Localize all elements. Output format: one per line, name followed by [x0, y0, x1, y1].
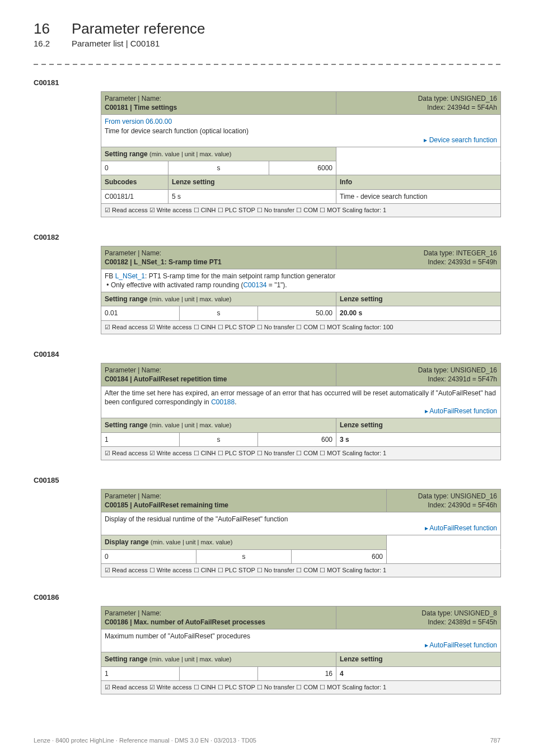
c186-unit [180, 666, 258, 680]
c181-unit: s [168, 161, 269, 175]
c186-access: ☑ Read access ☑ Write access ☐ CINH ☐ PL… [101, 680, 501, 694]
setting-range-label: Setting range [105, 421, 148, 429]
c185-access: ☑ Read access ☐ Write access ☐ CINH ☐ PL… [101, 563, 501, 577]
table-c00184: Parameter | Name: C00184 | AutoFailReset… [101, 363, 501, 460]
page-number: 787 [490, 737, 500, 744]
index-c00186: Index: 24389d = 5F45h [340, 618, 497, 627]
index-c00184: Index: 24391d = 5F47h [340, 375, 497, 384]
c181-sub-info: Time - device search function [336, 189, 501, 203]
divider [34, 64, 500, 65]
dtype-c00185: Data type: UNSIGNED_16 [390, 492, 497, 501]
dtype-c00181: Data type: UNSIGNED_16 [340, 94, 497, 103]
lenze-setting-label: Lenze setting [336, 652, 501, 666]
chapter-title: Parameter reference [72, 20, 205, 38]
c182-min: 0.01 [101, 306, 180, 320]
link-autofailreset-function[interactable]: AutoFailReset function [425, 641, 497, 649]
param-heading-c00181: C00181 [34, 78, 500, 87]
param-name-c00181: C00181 | Time settings [105, 103, 332, 112]
setting-range-suffix: (min. value | unit | max. value) [149, 296, 231, 302]
table-c00185: Parameter | Name: C00185 | AutoFailReset… [101, 489, 501, 577]
display-range-label: Display range [105, 538, 149, 546]
table-c00181: Parameter | Name: C00181 | Time settings… [101, 91, 501, 217]
c186-min: 1 [101, 666, 180, 680]
c182-bullet-rest: = "1"). [266, 281, 287, 289]
c182-access: ☑ Read access ☑ Write access ☐ CINH ☐ PL… [101, 320, 501, 334]
c184-unit: s [180, 432, 258, 446]
c186-max: 16 [258, 666, 336, 680]
dtype-c00182: Data type: INTEGER_16 [340, 249, 497, 258]
c182-fb-rest: : PT1 S-ramp time for the main setpoint … [145, 272, 335, 280]
link-device-search-function[interactable]: Device search function [424, 136, 497, 144]
c181-min: 0 [101, 161, 168, 175]
c182-fb-prefix: FB [105, 272, 115, 280]
subcodes-label: Subcodes [101, 175, 168, 189]
dtype-c00186: Data type: UNSIGNED_8 [340, 609, 497, 618]
c182-max: 50.00 [258, 306, 336, 320]
param-heading-c00186: C00186 [34, 593, 500, 601]
param-name-label: Parameter | Name: [105, 609, 332, 618]
display-range-suffix: (min. value | unit | max. value) [151, 539, 232, 545]
index-c00182: Index: 24393d = 5F49h [340, 258, 497, 267]
c184-min: 1 [101, 432, 180, 446]
c184-lenze: 3 s [340, 436, 349, 444]
c185-unit: s [196, 549, 292, 563]
param-name-c00185: C00185 | AutoFailReset remaining time [105, 501, 383, 510]
c185-min: 0 [101, 549, 196, 563]
setting-range-suffix: (min. value | unit | max. value) [149, 656, 231, 662]
c181-subcode: C00181/1 [101, 189, 168, 203]
setting-range-label: Setting range [105, 150, 148, 158]
param-name-c00184: C00184 | AutoFailReset repetition time [105, 375, 332, 384]
table-c00186: Parameter | Name: C00186 | Max. number o… [101, 606, 501, 694]
c184-max: 600 [258, 432, 336, 446]
c181-max: 6000 [269, 161, 336, 175]
param-name-label: Parameter | Name: [105, 249, 332, 258]
param-name-label: Parameter | Name: [105, 366, 332, 375]
c184-access: ☑ Read access ☑ Write access ☐ CINH ☐ PL… [101, 446, 501, 460]
chapter-number: 16 [34, 20, 56, 38]
table-c00182: Parameter | Name: C00182 | L_NSet_1: S-r… [101, 246, 501, 334]
index-c00181: Index: 24394d = 5F4Ah [340, 103, 497, 112]
link-c00188[interactable]: C00188 [211, 398, 235, 406]
lenze-setting-label: Lenze setting [336, 292, 501, 306]
c185-max: 600 [292, 549, 387, 563]
c185-desc: Display of the residual runtime of the "… [105, 515, 497, 524]
dtype-c00184: Data type: UNSIGNED_16 [340, 366, 497, 375]
link-autofailreset-function[interactable]: AutoFailReset function [425, 407, 497, 415]
param-name-c00186: C00186 | Max. number of AutoFailReset pr… [105, 618, 332, 627]
param-heading-c00185: C00185 [34, 476, 500, 484]
setting-range-label: Setting range [105, 295, 148, 303]
c182-unit: s [180, 306, 258, 320]
c182-bullet: Only effective with activated ramp round… [105, 281, 243, 289]
section-number: 16.2 [34, 39, 56, 48]
lenze-setting-label: Lenze setting [336, 418, 501, 432]
c181-access: ☑ Read access ☑ Write access ☐ CINH ☐ PL… [101, 203, 501, 217]
c186-lenze: 4 [340, 670, 344, 678]
from-version-c00181: From version 06.00.00 [105, 117, 497, 126]
c182-lenze: 20.00 s [340, 309, 362, 317]
c181-sub-setting: 5 s [168, 189, 336, 203]
desc-c00181: Time for device search function (optical… [105, 127, 497, 136]
link-c00134[interactable]: C00134 [243, 281, 266, 289]
lenze-setting-col-label: Lenze setting [168, 175, 336, 189]
link-l-nset-1[interactable]: L_NSet_1 [115, 272, 145, 280]
c186-desc: Maximum number of "AutoFailReset" proced… [105, 632, 497, 641]
setting-range-label: Setting range [105, 655, 148, 663]
setting-range-suffix: (min. value | unit | max. value) [149, 151, 231, 157]
link-autofailreset-function[interactable]: AutoFailReset function [425, 524, 497, 532]
setting-range-suffix: (min. value | unit | max. value) [149, 422, 231, 428]
param-name-label: Parameter | Name: [105, 492, 383, 501]
param-heading-c00184: C00184 [34, 350, 500, 358]
footer-left: Lenze · 8400 protec HighLine · Reference… [34, 737, 256, 744]
section-title: Parameter list | C00181 [72, 39, 160, 48]
c184-desc1: After the time set here has expired, an … [105, 389, 496, 406]
param-heading-c00182: C00182 [34, 233, 500, 241]
c184-desc2: . [235, 398, 236, 406]
index-c00185: Index: 24390d = 5F46h [390, 501, 497, 510]
param-name-label: Parameter | Name: [105, 94, 332, 103]
info-label: Info [336, 175, 501, 189]
param-name-c00182: C00182 | L_NSet_1: S-ramp time PT1 [105, 258, 332, 267]
